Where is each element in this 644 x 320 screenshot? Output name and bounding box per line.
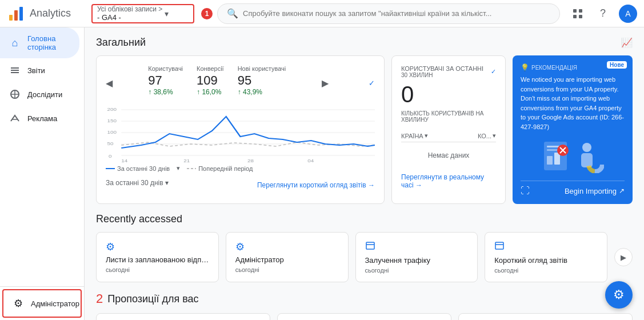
metric-users: Користувачі 97 ↑ 38,6% bbox=[148, 65, 183, 96]
explore-icon bbox=[9, 89, 21, 99]
metric-new-users: Нові користувачі 95 ↑ 43,9% bbox=[238, 65, 286, 96]
recommendation-card: Нове 💡 РЕКОМЕНДАЦІЯ We noticed you are i… bbox=[513, 55, 633, 204]
trend-icon: 📈 bbox=[621, 37, 633, 48]
fab-button[interactable]: ⚙ bbox=[605, 281, 633, 309]
help-icon-btn[interactable]: ? bbox=[594, 5, 612, 23]
apps-icon bbox=[573, 9, 583, 19]
svg-rect-9 bbox=[11, 72, 19, 73]
recent-item-1-date: сьогодні bbox=[235, 266, 339, 273]
proposal-card-1: Сеанси за параметром" Група каналів за у… bbox=[277, 313, 451, 320]
rec-footer: ⛶ Begin Importing ↗ bbox=[521, 181, 625, 196]
svg-rect-1 bbox=[14, 10, 18, 21]
period-selector-label[interactable]: За останні 30 днів ▾ bbox=[106, 179, 169, 187]
apps-icon-btn[interactable] bbox=[569, 5, 587, 23]
svg-text:04: 04 bbox=[307, 158, 314, 162]
overview-cards-row: ◀ Користувачі 97 ↑ 38,6% Конверсії 109 ↑… bbox=[96, 55, 633, 204]
rec-illustration bbox=[521, 136, 625, 176]
proposals-step-num: 2 bbox=[96, 291, 103, 306]
sidebar-item-home-label: Головна сторінка bbox=[27, 34, 70, 51]
recent-item-3-date: сьогодні bbox=[494, 267, 598, 274]
chevron-down-icon: ▾ bbox=[165, 9, 169, 18]
sidebar-item-ads[interactable]: Реклама bbox=[0, 106, 79, 130]
svg-rect-5 bbox=[573, 15, 577, 18]
analytics-logo-icon bbox=[7, 5, 25, 23]
search-input[interactable] bbox=[243, 9, 550, 18]
metric-new-users-label: Нові користувачі bbox=[238, 65, 286, 72]
svg-rect-7 bbox=[11, 67, 19, 69]
stat-prev-arrow[interactable]: ◀ bbox=[106, 78, 113, 89]
svg-text:28: 28 bbox=[247, 158, 254, 162]
external-link-icon: ↗ bbox=[619, 187, 625, 195]
metric-users-label: Користувачі bbox=[148, 65, 183, 72]
recent-item-2[interactable]: Залучення трафіку сьогодні bbox=[355, 232, 478, 282]
no-data-label: Немає даних bbox=[401, 142, 496, 169]
sidebar-item-ads-label: Реклама bbox=[27, 114, 57, 123]
svg-text:100: 100 bbox=[107, 130, 117, 135]
view-reports-link[interactable]: Переглянути короткий огляд звітів → bbox=[257, 181, 375, 189]
account-name: - GA4 - bbox=[97, 13, 162, 22]
stat-card-header: ◀ Користувачі 97 ↑ 38,6% Конверсії 109 ↑… bbox=[106, 65, 375, 101]
rec-text: We noticed you are importing web convers… bbox=[521, 75, 625, 131]
users-table-header: КРАЇНА ▾ КО... ▾ bbox=[401, 130, 496, 142]
admin-icon: ⚙ bbox=[13, 297, 24, 310]
ko-col-header[interactable]: КО... ▾ bbox=[478, 132, 496, 139]
recent-item-3[interactable]: Короткий огляд звітів сьогодні bbox=[485, 232, 607, 282]
proposal-card-0: Користувачі за параметром "Ідентифікатор… bbox=[96, 313, 270, 320]
rec-illustration-svg bbox=[541, 139, 604, 173]
metric-users-change: ↑ 38,6% bbox=[148, 88, 183, 96]
stat-metrics: Користувачі 97 ↑ 38,6% Конверсії 109 ↑ 1… bbox=[148, 65, 286, 96]
sidebar-bottom: ⚙ Адміністратор bbox=[0, 286, 84, 320]
sidebar-nav: ⌂ Головна сторінка Звіти Дослідити Рекла… bbox=[0, 27, 84, 130]
legend-current-label: За останні 30 днів bbox=[117, 165, 170, 172]
recent-item-2-date: сьогодні bbox=[365, 267, 469, 274]
svg-rect-0 bbox=[9, 15, 13, 21]
sidebar-item-home[interactable]: ⌂ Головна сторінка bbox=[0, 27, 79, 58]
metric-conversions: Конверсії 109 ↑ 16,0% bbox=[197, 65, 224, 96]
app-title: Analytics bbox=[30, 7, 71, 19]
svg-rect-43 bbox=[495, 242, 503, 249]
avatar[interactable]: A bbox=[619, 5, 637, 23]
country-col-header[interactable]: КРАЇНА ▾ bbox=[401, 132, 473, 139]
recent-item-1-icon: ⚙ bbox=[235, 241, 339, 253]
expand-icon[interactable]: ⛶ bbox=[521, 186, 530, 196]
sidebar-item-reports-label: Звіти bbox=[27, 66, 45, 75]
account-selector[interactable]: Усі облікові записи > - GA4 - ▾ bbox=[91, 4, 194, 23]
sidebar-item-explore-label: Дослідити bbox=[27, 90, 62, 99]
recent-item-3-icon bbox=[494, 241, 598, 254]
recent-item-3-name: Короткий огляд звітів bbox=[494, 256, 598, 265]
svg-text:150: 150 bbox=[107, 118, 117, 123]
overview-section-title: Загальний 📈 bbox=[96, 37, 633, 49]
recent-item-1[interactable]: ⚙ Адміністратор сьогодні bbox=[226, 232, 349, 282]
proposals-cards-row: Користувачі за параметром "Ідентифікатор… bbox=[96, 313, 633, 320]
recent-item-1-name: Адміністратор bbox=[235, 255, 339, 264]
recent-item-2-icon bbox=[365, 241, 469, 254]
svg-rect-32 bbox=[547, 156, 553, 165]
svg-rect-3 bbox=[573, 9, 577, 13]
svg-rect-38 bbox=[581, 153, 593, 167]
sidebar-item-reports[interactable]: Звіти bbox=[0, 58, 79, 82]
realtime-value: 0 bbox=[401, 83, 496, 106]
period-selector[interactable]: ▾ bbox=[177, 165, 180, 172]
chart-area: 200 150 100 50 0 14 bbox=[106, 105, 375, 162]
recently-accessed-next-btn[interactable]: ▶ bbox=[614, 248, 633, 266]
proposal-card-2: Перегляди за параметром "Назва сторінки … bbox=[458, 313, 633, 320]
metric-users-value: 97 bbox=[148, 73, 183, 88]
fab-icon: ⚙ bbox=[613, 287, 625, 302]
svg-text:0: 0 bbox=[109, 154, 112, 159]
realtime-users-card: КОРИСТУВАЧІ ЗА ОСТАННІ 30 ХВИЛИН ✓ 0 КІЛ… bbox=[391, 55, 506, 204]
sidebar-admin[interactable]: ⚙ Адміністратор bbox=[2, 289, 82, 318]
rec-icon: 💡 bbox=[521, 63, 529, 71]
recently-accessed-title: Recently accessed bbox=[96, 213, 633, 225]
svg-text:200: 200 bbox=[107, 107, 117, 112]
chart-legend: За останні 30 днів ▾ Попередній період bbox=[106, 165, 375, 172]
recent-item-0[interactable]: ⚙ Листи із запланованою відправ... сього… bbox=[96, 232, 219, 282]
rec-new-badge: Нове bbox=[607, 61, 627, 69]
realtime-link[interactable]: Переглянути в реальному часі → bbox=[401, 173, 496, 189]
stat-next-arrow[interactable]: ▶ bbox=[322, 78, 329, 89]
svg-text:14: 14 bbox=[121, 158, 127, 162]
begin-importing-button[interactable]: Begin Importing ↗ bbox=[565, 187, 625, 195]
search-bar[interactable]: 🔍 bbox=[217, 3, 560, 24]
all-accounts-label: Усі облікові записи > bbox=[97, 5, 162, 13]
sidebar-item-explore[interactable]: Дослідити bbox=[0, 82, 79, 106]
svg-rect-2 bbox=[19, 7, 23, 21]
